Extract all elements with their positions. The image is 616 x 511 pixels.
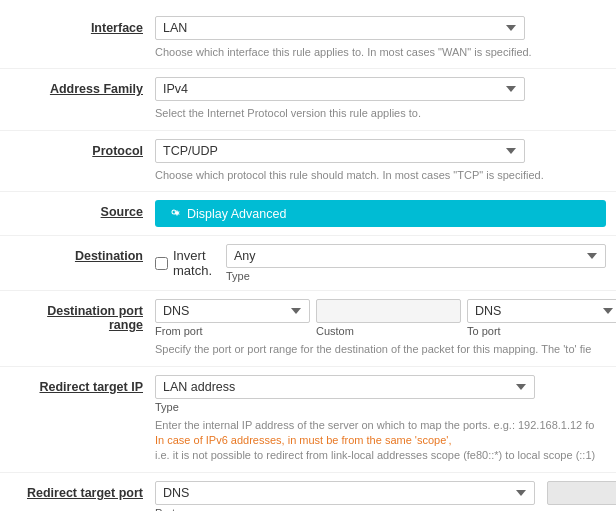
redirect-custom-col: Custom (547, 481, 616, 511)
destination-port-range-row: Destination port range DNS HTTP HTTPS An… (0, 291, 616, 366)
from-port-select[interactable]: DNS HTTP HTTPS Any Custom (155, 299, 310, 323)
protocol-help: Choose which protocol this rule should m… (155, 168, 606, 183)
redirect-port-select[interactable]: DNS HTTP HTTPS Any Custom (155, 481, 535, 505)
redirect-target-port-label: Redirect target port (10, 481, 155, 500)
protocol-label: Protocol (10, 139, 155, 158)
invert-match-checkbox[interactable] (155, 257, 168, 270)
destination-port-range-content: DNS HTTP HTTPS Any Custom From port Cust… (155, 299, 616, 357)
invert-row: Invert match. (155, 248, 216, 278)
destination-inner-row: Invert match. Any LAN address WAN addres… (155, 244, 606, 282)
redirect-custom-input[interactable] (547, 481, 616, 505)
from-port-label: From port (155, 325, 310, 337)
custom-port-input[interactable] (316, 299, 461, 323)
destination-content: Invert match. Any LAN address WAN addres… (155, 244, 606, 282)
address-family-content: IPv4 IPv6 IPv4+IPv6 Select the Internet … (155, 77, 606, 121)
protocol-content: TCP/UDP TCP UDP ICMP Any Choose which pr… (155, 139, 606, 183)
from-port-col: DNS HTTP HTTPS Any Custom From port (155, 299, 310, 337)
display-advanced-label: Display Advanced (187, 207, 286, 221)
to-port-col: DNS HTTP HTTPS Any Custom To port (467, 299, 616, 337)
interface-select[interactable]: LAN WAN loopback (155, 16, 525, 40)
custom-port-col: Custom (316, 299, 461, 337)
destination-type-col: Any LAN address WAN address Single host … (226, 244, 606, 282)
redirect-custom-label: Custom (547, 507, 616, 511)
help-line3: i.e. it is not possible to redirect from… (155, 449, 595, 461)
address-family-select[interactable]: IPv4 IPv6 IPv4+IPv6 (155, 77, 525, 101)
source-label: Source (10, 200, 155, 219)
destination-label: Destination (10, 244, 155, 263)
address-family-help: Select the Internet Protocol version thi… (155, 106, 606, 121)
invert-match-label: Invert match. (173, 248, 216, 278)
address-family-row: Address Family IPv4 IPv6 IPv4+IPv6 Selec… (0, 69, 616, 130)
display-advanced-button[interactable]: Display Advanced (155, 200, 606, 227)
redirect-target-port-row: Redirect target port DNS HTTP HTTPS Any … (0, 473, 616, 511)
port-forward-form: Interface LAN WAN loopback Choose which … (0, 0, 616, 511)
address-family-label: Address Family (10, 77, 155, 96)
help-line1: Enter the internal IP address of the ser… (155, 419, 594, 431)
destination-port-range-label: Destination port range (10, 299, 155, 332)
redirect-ip-type-select[interactable]: LAN address Single host WAN address (155, 375, 535, 399)
port-range-inner-row: DNS HTTP HTTPS Any Custom From port Cust… (155, 299, 616, 337)
redirect-target-ip-help: Enter the internal IP address of the ser… (155, 418, 606, 464)
destination-port-range-help: Specify the port or port range for the d… (155, 342, 616, 357)
redirect-target-ip-content: LAN address Single host WAN address Type… (155, 375, 606, 464)
redirect-ip-type-label: Type (155, 401, 606, 413)
redirect-ip-type-col: LAN address Single host WAN address Type (155, 375, 606, 413)
destination-type-select[interactable]: Any LAN address WAN address Single host … (226, 244, 606, 268)
source-content: Display Advanced (155, 200, 606, 227)
redirect-target-ip-row: Redirect target IP LAN address Single ho… (0, 367, 616, 473)
protocol-select[interactable]: TCP/UDP TCP UDP ICMP Any (155, 139, 525, 163)
custom-label: Custom (316, 325, 461, 337)
redirect-target-port-content: DNS HTTP HTTPS Any Custom Port Custom (155, 481, 616, 511)
interface-label: Interface (10, 16, 155, 35)
to-port-label: To port (467, 325, 616, 337)
to-port-select[interactable]: DNS HTTP HTTPS Any Custom (467, 299, 616, 323)
interface-help: Choose which interface this rule applies… (155, 45, 606, 60)
gear-icon (167, 205, 181, 222)
interface-row: Interface LAN WAN loopback Choose which … (0, 8, 616, 69)
redirect-target-ip-label: Redirect target IP (10, 375, 155, 394)
redirect-port-inner-row: DNS HTTP HTTPS Any Custom Port Custom (155, 481, 616, 511)
interface-content: LAN WAN loopback Choose which interface … (155, 16, 606, 60)
source-row: Source Display Advanced (0, 192, 616, 236)
help-line2: In case of IPv6 addresses, in must be fr… (155, 434, 451, 446)
redirect-port-col: DNS HTTP HTTPS Any Custom Port (155, 481, 535, 511)
destination-type-label: Type (226, 270, 606, 282)
protocol-row: Protocol TCP/UDP TCP UDP ICMP Any Choose… (0, 131, 616, 192)
destination-row: Destination Invert match. Any LAN addres… (0, 236, 616, 291)
redirect-port-label: Port (155, 507, 535, 511)
